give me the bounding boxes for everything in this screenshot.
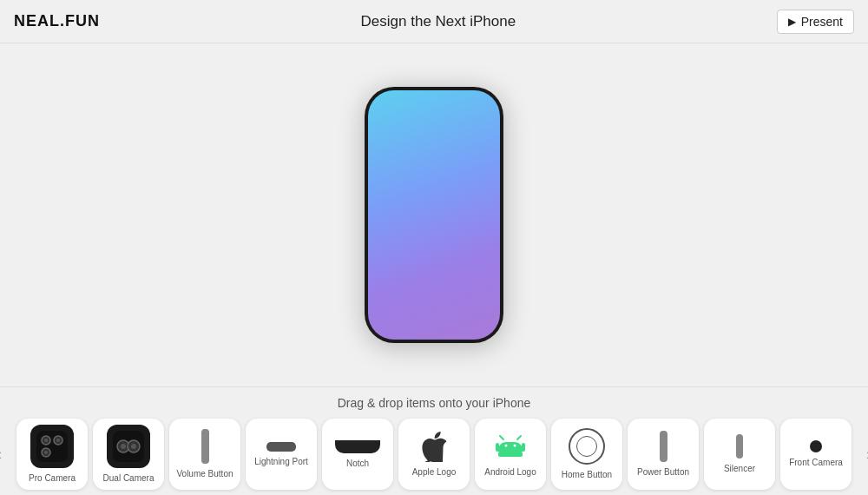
item-lightning-port[interactable]: Lightning Port [246, 419, 317, 490]
item-dual-camera[interactable]: Dual Camera [93, 419, 164, 490]
drag-hint: Drag & drop items onto your iPhone [338, 396, 531, 410]
android-logo-icon [495, 431, 526, 462]
iphone-body[interactable] [365, 87, 503, 343]
lightning-port-label: Lightning Port [254, 457, 308, 467]
item-silencer[interactable]: Silencer [704, 419, 775, 490]
svg-rect-0 [36, 431, 68, 462]
apple-logo-icon [420, 431, 448, 462]
dual-camera-icon [107, 425, 150, 468]
items-row: ‹ Pro [0, 419, 868, 490]
home-button-label: Home Button [562, 470, 612, 480]
right-arrow[interactable]: › [857, 442, 868, 466]
svg-line-14 [500, 436, 503, 439]
svg-rect-16 [498, 452, 523, 457]
notch-label: Notch [346, 459, 369, 469]
bottom-bar: Drag & drop items onto your iPhone ‹ [0, 386, 868, 495]
svg-point-12 [505, 445, 508, 447]
item-home-button[interactable]: Home Button [551, 419, 622, 490]
item-notch[interactable]: Notch [322, 419, 393, 490]
front-camera-icon [810, 440, 822, 452]
item-power-button[interactable]: Power Button [628, 419, 699, 490]
item-front-camera[interactable]: Front Camera [780, 419, 852, 490]
svg-line-15 [517, 436, 521, 439]
svg-point-10 [121, 444, 126, 449]
silencer-label: Silencer [724, 464, 755, 474]
apple-logo-label: Apple Logo [412, 467, 457, 478]
left-arrow[interactable]: ‹ [0, 442, 11, 466]
iphone-screen [368, 90, 500, 340]
svg-point-6 [44, 451, 48, 454]
page-title: Design the Next iPhone [361, 13, 516, 30]
header: NEAL.FUN Design the Next iPhone ▶ Presen… [0, 0, 868, 43]
lightning-port-icon [266, 442, 296, 452]
svg-rect-18 [522, 443, 525, 452]
logo: NEAL.FUN [14, 12, 100, 30]
volume-button-label: Volume Button [176, 469, 233, 479]
home-button-icon [569, 428, 605, 465]
svg-point-13 [514, 445, 516, 447]
item-volume-button[interactable]: Volume Button [169, 419, 240, 490]
power-button-icon [660, 431, 667, 462]
play-icon: ▶ [788, 16, 796, 28]
svg-point-11 [131, 444, 136, 449]
pro-camera-icon [30, 425, 74, 468]
present-button[interactable]: ▶ Present [777, 10, 854, 34]
pro-camera-label: Pro Camera [29, 473, 76, 484]
svg-point-5 [56, 439, 60, 442]
silencer-icon [736, 434, 743, 459]
dual-camera-label: Dual Camera [103, 473, 155, 484]
iphone-wrapper [365, 87, 503, 343]
item-pro-camera[interactable]: Pro Camera [16, 419, 88, 490]
svg-point-4 [44, 439, 48, 442]
front-camera-label: Front Camera [789, 458, 843, 468]
volume-button-icon [201, 429, 209, 464]
present-label: Present [801, 15, 843, 29]
item-apple-logo[interactable]: Apple Logo [398, 419, 470, 490]
item-android-logo[interactable]: Android Logo [475, 419, 546, 490]
power-button-label: Power Button [637, 467, 689, 478]
android-logo-label: Android Logo [484, 467, 536, 478]
svg-rect-17 [496, 443, 499, 452]
notch-icon [335, 440, 380, 453]
main-area: Drag & drop items onto your iPhone ‹ [0, 43, 868, 495]
iphone-area [365, 43, 503, 386]
